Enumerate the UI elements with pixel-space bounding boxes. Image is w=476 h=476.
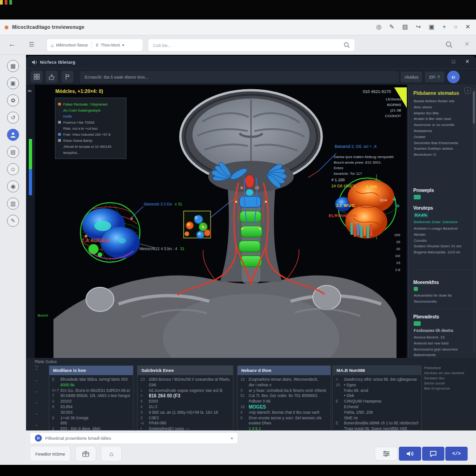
refresh-icon: ↺ (11, 114, 15, 121)
filter-button[interactable] (375, 447, 398, 461)
list-item: Delfik (58, 113, 123, 119)
measurement-4005: 4.005 (366, 184, 377, 189)
panel-header[interactable]: MA.B Nun086 (333, 366, 421, 375)
green-range-bar (29, 139, 32, 169)
tab-title[interactable]: Micocitcaditago trnviewsnuge (12, 24, 85, 30)
audio-output-button[interactable] (399, 447, 421, 461)
app-sidebar: ▦ ▣ ✿ ↺ ▤ ☺ ◉ ▥ ✎ (0, 55, 26, 465)
section-lines: Beads tbrlben Reder wtsAlve obsesMaeter … (414, 99, 469, 158)
profile-dropdown[interactable]: D Pilleetinal prownlterie bmaill-ldiles … (30, 432, 238, 444)
study-id: 010 4621-9170 (363, 89, 391, 94)
panel-rows: EBhcedede tdar fddca. turmgl tiarto 0036… (49, 375, 133, 430)
close-icon[interactable]: ✕ (465, 23, 470, 30)
thumbnail-badge[interactable] (414, 195, 421, 199)
list-item: EC0NQU90 Haespeoa (336, 399, 418, 404)
expand-icon[interactable]: + (443, 23, 446, 30)
close-icon[interactable]: ✕ (464, 40, 469, 47)
sidebar-item-user[interactable] (7, 129, 19, 141)
list-item: Serduev en oes cloreind (424, 370, 474, 376)
list-item: Elese Geeia Bardy (58, 138, 123, 144)
panel-header[interactable]: Nekacv d thoe (238, 366, 331, 375)
app-search[interactable] (80, 71, 399, 83)
list-item: Sacandes Bas Elsserowda (414, 140, 469, 146)
sidebar-item-edit[interactable]: ✎ (7, 215, 19, 227)
scale-column: 00909000/0030.8 (394, 231, 400, 273)
sidebar-item-refresh[interactable]: ↺ (7, 112, 19, 124)
audio-button[interactable]: Aluiduo (401, 72, 422, 82)
windows-icon[interactable]: ▣ (429, 23, 434, 30)
sidebar-item-grid[interactable]: ▦ (7, 60, 19, 72)
panel-icon: ▣ (10, 80, 15, 86)
grid-icon (33, 73, 40, 80)
avatar[interactable]: ℮ (447, 71, 460, 83)
circle-icon[interactable]: ○ (454, 23, 457, 30)
browser-search[interactable] (148, 39, 355, 52)
app-search-input[interactable] (85, 75, 394, 79)
menu-icon[interactable]: ☰ (29, 41, 34, 48)
share-icon[interactable]: ↪ (416, 23, 421, 30)
list-item: Seraaon tbu. (424, 376, 474, 381)
scrollbar-thumb[interactable] (473, 91, 475, 124)
restore-window-icon[interactable]: □ (452, 59, 455, 65)
location-label: Miktruvtson fiasue (56, 43, 88, 47)
list-item: Ibsaaaeres (414, 128, 469, 134)
package-button[interactable] (75, 446, 96, 462)
sidebar-item-panels[interactable]: ▣ (7, 77, 19, 89)
list-item: 51Cut 7t. 8ev, Ger order. 8o 701 8009663… (240, 393, 328, 399)
chat-button[interactable] (422, 447, 444, 461)
location-segment[interactable]: △ Miktruvtson fiasue (47, 43, 92, 47)
scroll-toggle-icon[interactable]: ↕ (464, 87, 471, 94)
annotate-button[interactable] (61, 71, 73, 83)
layout-button[interactable] (31, 71, 43, 83)
palette-icon: ✿ (11, 97, 15, 104)
led-red (5, 0, 7, 5)
list-item: 009 (394, 231, 400, 238)
close-window-icon[interactable]: ✕ (465, 59, 469, 65)
home-button[interactable]: ⌂ (101, 446, 122, 462)
list-item: FM0a, 2/80. 209 (336, 410, 418, 416)
browser-search-input[interactable] (153, 43, 344, 48)
list-item: Aoluaotebd tie doak ita (414, 293, 469, 299)
panel-header[interactable]: Salcbvick Enoe (138, 366, 233, 375)
edit-icon: ✎ (11, 218, 15, 224)
list-item: Ao Coarr Eadengedepls (58, 107, 123, 113)
code-button[interactable]: </> (445, 447, 468, 461)
badge-icon[interactable]: ▤ (402, 23, 408, 30)
browser-nav-bar: ← ☰ △ Miktruvtson fiasue Ƨ Thoo-Mont ▾ ✕ (0, 35, 476, 55)
data-panel-3: Nekacv d thoe 18Eoqmarkino isman daire, … (237, 365, 331, 430)
render-button[interactable]: Fewdior triSme (30, 446, 71, 462)
panel-scrollbar[interactable] (473, 88, 475, 353)
approve-button[interactable] (46, 71, 58, 83)
globe-icon: ◉ (11, 183, 15, 190)
list-item: ≡Seedrcncy oths' octus 86. 8st cgbiegeou… (336, 377, 418, 383)
list-item: 91+o0 36 Soregs (52, 416, 130, 421)
ct-scan-viewport[interactable]: Módcles, +1:20×4: 0) Falker Rectuate, Yd… (35, 85, 407, 358)
margin-label: Boornt (38, 313, 48, 317)
theme-segment[interactable]: Ƨ Thoo-Mont ▾ (92, 43, 128, 47)
sidebar-item-palette[interactable]: ✿ (7, 94, 19, 106)
sidebar-item-faces[interactable]: ☺ (7, 163, 19, 175)
list-item: Tnag ousid 06. Soeor AecnlEbr H05 (336, 426, 418, 430)
search-icon[interactable] (445, 41, 453, 48)
blue-range-bar (29, 169, 32, 195)
panel-header[interactable]: Modilace is boe (49, 366, 133, 375)
section-lines: Asraoa Beoind, 15,Anterob ber rew tubdBo… (414, 335, 469, 358)
thumbnail-badge[interactable] (414, 321, 421, 326)
sidebar-item-camera[interactable]: ▤ (7, 146, 19, 158)
record-icon[interactable]: ◎ (376, 23, 381, 30)
back-button[interactable]: ← (8, 40, 16, 48)
home-icon: ⌂ (109, 450, 113, 457)
list-item: 780.N688 80626. 10t. A663 o tew hangoiar… (52, 393, 130, 399)
list-item: =0d.Joomodrode oopoe cegoreo' ese eol i5 (140, 388, 230, 394)
list-item: Anater b Ber otsk raud (414, 116, 469, 122)
app-title: Nicfecs tbletarg (40, 60, 75, 65)
list-item: >816 264 00 (F3 (140, 393, 230, 399)
location-pill[interactable]: △ Miktruvtson fiasue Ƨ Thoo-Mont ▾ (46, 39, 143, 52)
ep-button[interactable]: EP- 7 (425, 72, 444, 82)
sidebar-item-chart[interactable]: ▥ (7, 198, 19, 210)
list-item: Asueruree or oo ocondls (414, 122, 469, 128)
list-item: 1 4 5 J (240, 426, 328, 430)
list-item: 893.894 (52, 404, 130, 410)
edit-icon[interactable]: ✎ (389, 23, 394, 30)
sidebar-item-globe[interactable]: ◉ (7, 180, 19, 192)
